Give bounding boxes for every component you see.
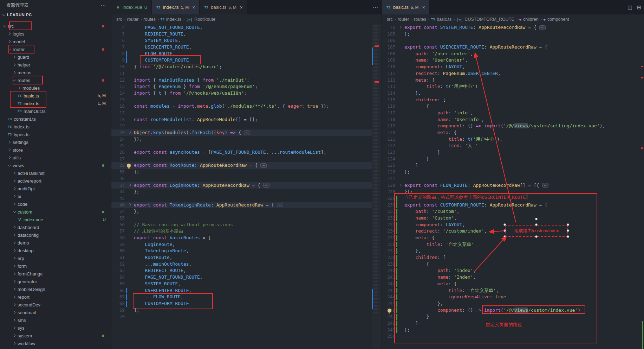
close-icon[interactable]: × [422,5,425,10]
code-line-68[interactable]: 68 CUSTOMFORM_ROUTE [111,300,382,307]
tree-file-index.ts[interactable]: TSindex.ts [0,123,111,131]
tree-file-mainOut.ts[interactable]: TSmainOut.ts [0,107,111,115]
tree-folder-utils[interactable]: utils [0,154,111,161]
code-line-16[interactable]: 16const modules = import.meta.glob('./mo… [111,103,382,110]
tree-folder-dashboard[interactable]: dashboard [0,223,111,231]
code-line-122[interactable]: 122 icon: '人 ' [382,142,644,149]
tree-file-constant.ts[interactable]: TSconstant.ts [0,115,111,123]
code-line-76[interactable]: 76export const SYSTEM_ROUTE: AppRouteRec… [382,24,644,31]
code-line-246[interactable]: 246 component: () => import('/@/views/cu… [382,307,644,314]
code-line-125[interactable]: 125 ] [382,162,644,169]
tree-folder-src[interactable]: src [0,22,111,30]
code-line-65[interactable]: 65 SYSTEM_ROUTE, [111,281,382,287]
tree-folder-router[interactable]: router [0,45,111,53]
code-line-116[interactable]: 116 { [382,103,644,110]
minimap[interactable] [372,24,382,349]
code-line-9[interactable]: 9 CUSTOMFORM_ROUTE [111,57,382,64]
code-line-111[interactable]: 111 redirect: PageEnum.USER_CENTER, [382,70,644,77]
code-line-128[interactable]: 128export const FLOW_ROUTE: AppRouteReco… [382,182,644,189]
code-line-70[interactable]: 70 [111,313,382,320]
code-line-17[interactable]: 17 [111,110,382,116]
code-line-230[interactable]: 230export const CUSTOMFORM_ROUTE: AppRou… [382,202,644,209]
code-line-66[interactable]: 66 USERCENTER_ROUTE, [111,287,382,294]
code-line-12[interactable]: 12import { mainOutRoutes } from './mainO… [111,77,382,84]
code-line-27[interactable]: 27 [111,156,382,163]
code-line-20[interactable]: 20Object.keys(modules).forEach((key) => … [111,129,382,136]
code-line-10[interactable]: 10} from '/@/router/routes/basic'; [111,64,382,70]
breadcrumb-item[interactable]: src [116,17,122,22]
code-line-108[interactable]: 108 path: '/user-center', [382,51,644,57]
code-line-8[interactable]: 8 FLOW_ROUTE, [111,51,382,57]
tree-folder-settings[interactable]: settings [0,138,111,146]
folded-code-badge[interactable]: ⋯ [277,203,283,207]
tree-folder-guard[interactable]: guard [0,53,111,61]
code-line-121[interactable]: 121 title: t('用户中心'), [382,136,644,143]
fold-chevron-icon[interactable] [128,203,131,206]
code-line-250[interactable]: 250 [382,333,644,340]
code-line-233[interactable]: 233 component: LAYOUT, [382,222,644,228]
code-line-15[interactable]: 15 [111,97,382,103]
breadcrumb-item[interactable]: basic.ts [437,17,451,22]
tree-file-types.ts[interactable]: TStypes.ts [0,131,111,138]
code-line-37[interactable]: 37export const LoginRoute: AppRouteRecor… [111,182,382,189]
code-line-120[interactable]: 120 meta: { [382,129,644,136]
tree-folder-actHiTaskinst[interactable]: actHiTaskinst [0,169,111,177]
tree-folder-sys[interactable]: sys [0,324,111,332]
code-line-243[interactable]: 243 title: '自定义菜单', [382,287,644,294]
breadcrumb-item[interactable]: CUSTOMFORM_ROUTE [464,17,514,22]
code-line-245[interactable]: 245 }, [382,300,644,307]
code-line-56[interactable]: 56// Basic routing without permissions [111,222,382,228]
folded-code-badge[interactable]: ⋯ [263,183,269,188]
overview-ruler[interactable] [640,24,644,349]
code-line-239[interactable]: 239 { [382,261,644,268]
code-line-62[interactable]: 62 ...mainOutRoutes, [111,261,382,268]
code-line-117[interactable]: 117 path: 'info', [382,110,644,116]
workspace-section[interactable]: LEARUN PC [0,11,111,19]
breadcrumb-item[interactable]: routes [414,17,426,22]
lightbulb-icon[interactable] [127,164,131,167]
code-line-232[interactable]: 232 name: 'Custom', [382,215,644,222]
code-line-110[interactable]: 110 component: LAYOUT, [382,64,644,70]
code-line-61[interactable]: 61 RootRoute, [111,254,382,261]
code-line-11[interactable]: 11 [111,70,382,77]
code-line-249[interactable]: 249}; [382,327,644,334]
code-line-109[interactable]: 109 name: 'UserCenter', [382,57,644,64]
lightbulb-icon[interactable] [388,309,391,312]
tab-basic.ts[interactable]: TSbasic.ts5, M× [382,0,430,14]
code-line-107[interactable]: 107export const USERCENTER_ROUTE: AppRou… [382,44,644,51]
code-line-59[interactable]: 59 LoginRoute, [111,241,382,248]
code-line-63[interactable]: 63 REDIRECT_ROUTE, [111,267,382,274]
editor-actions-icon[interactable]: ⋯ [373,0,378,14]
code-line-235[interactable]: 235 meta: { [382,235,644,241]
code-line-36[interactable]: 36 [111,176,382,182]
code-line-231[interactable]: 231 path: '/custom', [382,208,644,215]
code-line-112[interactable]: 112 meta: { [382,77,644,84]
split-editor-icon[interactable]: ◫ [627,4,632,11]
code-line-69[interactable]: 69]; [111,307,382,314]
tree-folder-bi[interactable]: bi [0,192,111,200]
close-icon[interactable]: × [192,5,195,10]
code-line-64[interactable]: 64 PAGE_NOT_FOUND_ROUTE, [111,274,382,281]
code-line-240[interactable]: 240 path: 'index', [382,267,644,274]
breadcrumb-item[interactable]: component [547,17,569,22]
code-line-123[interactable]: 123 } [382,149,644,156]
fold-chevron-icon[interactable] [128,183,131,186]
code-line-35[interactable]: 35}; [111,169,382,176]
tab-basic.ts[interactable]: TSbasic.ts5, M× [200,0,247,14]
tree-file-index.vue[interactable]: Vindex.vueU [0,216,111,223]
code-line-119[interactable]: 119 component: () => import('/@/views/sy… [382,123,644,129]
breadcrumb-item[interactable]: routes [143,17,156,22]
tree-folder-sms[interactable]: sms [0,316,111,324]
code-line-6[interactable]: 6 SYSTEM_ROUTE, [111,37,382,44]
code-line-14[interactable]: 14import { t } from '/@/hooks/web/useI18… [111,90,382,97]
code-line-46[interactable]: 46export const TokenLoginRoute: AppRoute… [111,202,382,209]
code-line-44[interactable]: 44}; [111,189,382,195]
layout-icon[interactable]: ⊞ [637,4,641,11]
code-line-113[interactable]: 113 title: t('用户中心') [382,83,644,90]
code-line-127[interactable]: 127 [382,176,644,182]
code-line-13[interactable]: 13import { PageEnum } from '/@/enums/pag… [111,83,382,90]
code-line-234[interactable]: 234 redirect: '/custom/index', [382,228,644,235]
tree-file-basic.ts[interactable]: TSbasic.ts5, M [0,92,111,100]
tree-folder-form[interactable]: form [0,262,111,270]
tree-folder-store[interactable]: store [0,146,111,154]
